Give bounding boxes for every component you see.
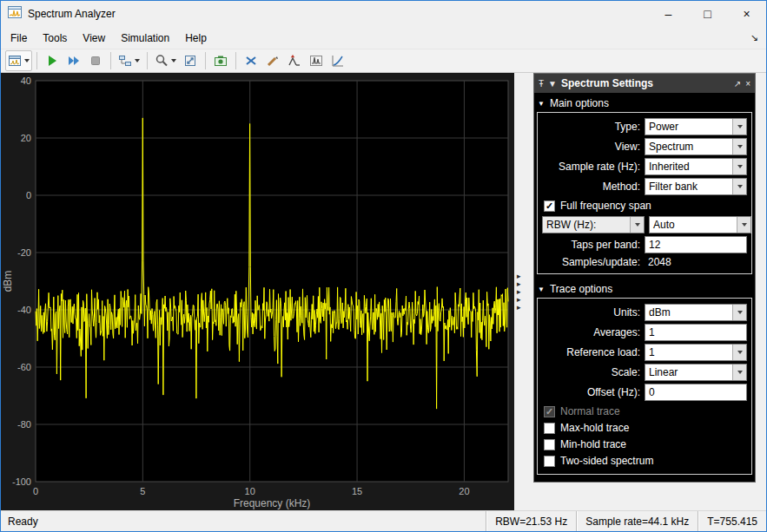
svg-text:0: 0 (33, 486, 38, 496)
menu-simulation[interactable]: Simulation (113, 29, 177, 48)
method-dropdown[interactable]: Filter bank (645, 178, 747, 195)
scale-label: Scale: (542, 366, 640, 378)
snapshot-button[interactable] (210, 50, 231, 71)
svg-text:-20: -20 (17, 247, 31, 258)
spectral-mask-button[interactable] (262, 50, 283, 71)
taps-per-band-row: Taps per band: 12 (542, 236, 747, 253)
main-options-label: Main options (550, 97, 609, 109)
reference-load-row: Reference load: 1 (542, 344, 747, 361)
menu-tools[interactable]: Tools (35, 29, 75, 48)
checkbox-icon[interactable] (544, 200, 555, 212)
scale-dropdown[interactable]: Linear (645, 364, 747, 381)
checkbox-icon[interactable] (544, 406, 555, 417)
dock-corner-icon[interactable]: ↘ (750, 32, 764, 43)
min-hold-trace-label: Min-hold trace (560, 438, 626, 450)
chevron-down-icon[interactable] (732, 179, 746, 194)
snapshot-icon (214, 54, 228, 68)
units-dropdown[interactable]: dBm (645, 304, 747, 321)
chevron-down-icon[interactable] (732, 139, 746, 154)
cursor-measurements-button[interactable] (241, 50, 261, 71)
stop-button[interactable] (85, 50, 106, 71)
distortion-measurements-icon (309, 54, 323, 68)
chevron-down-icon[interactable] (732, 365, 746, 380)
toolbar-separator (205, 52, 206, 69)
view-value: Spectrum (645, 141, 732, 153)
spectrum-plot[interactable]: 0510152040200-20-40-60-80-100Frequency (… (1, 73, 514, 510)
chevron-down-icon[interactable] (732, 119, 746, 135)
chevron-down-icon[interactable] (732, 159, 746, 174)
zoom-button[interactable] (152, 50, 179, 71)
minimize-button[interactable]: – (649, 1, 688, 27)
undock-icon[interactable]: ↗ (734, 79, 741, 89)
type-dropdown[interactable]: Power (645, 118, 747, 135)
max-hold-trace-checkbox-row[interactable]: Max-hold trace (544, 422, 745, 434)
close-panel-icon[interactable]: × (745, 79, 750, 89)
menu-file[interactable]: File (3, 29, 35, 48)
source-select-button[interactable] (116, 50, 142, 71)
sample-rate-value: Inherited (645, 161, 732, 173)
view-label: View: (542, 141, 640, 153)
chevron-down-icon[interactable] (737, 217, 750, 233)
scope-configuration-icon (8, 54, 22, 68)
chevron-down-icon[interactable] (732, 345, 746, 360)
title-bar: Spectrum Analyzer – □ × (1, 1, 766, 27)
units-row: Units: dBm (542, 304, 747, 321)
two-sided-spectrum-label: Two-sided spectrum (560, 455, 653, 467)
checkbox-icon[interactable] (544, 423, 555, 434)
menu-help[interactable]: Help (177, 29, 215, 48)
close-button[interactable]: × (727, 1, 766, 27)
collapse-panel-icon[interactable]: ▼ (548, 79, 557, 89)
svg-text:10: 10 (245, 486, 255, 496)
svg-text:dBm: dBm (2, 271, 14, 292)
run-button[interactable] (42, 50, 63, 71)
peak-finder-button[interactable] (284, 50, 305, 71)
chevron-down-icon[interactable] (732, 305, 746, 320)
chevron-down-icon (135, 59, 140, 62)
window-controls: – □ × (649, 1, 766, 27)
run-icon (45, 54, 59, 68)
sample-rate-combo[interactable]: Inherited (645, 158, 747, 175)
toolbar-separator (36, 52, 37, 69)
source-select-icon (118, 54, 132, 68)
averages-label: Averages: (542, 326, 640, 338)
full-frequency-span-checkbox-row[interactable]: Full frequency span (544, 200, 745, 212)
ccdf-measurements-button[interactable] (327, 50, 348, 71)
app-icon (8, 5, 22, 23)
two-sided-spectrum-checkbox-row[interactable]: Two-sided spectrum (544, 455, 745, 467)
rbw-value-combo[interactable]: Auto (649, 216, 751, 233)
trace-options-box: Units: dBm Averages: 1 Reference load: 1 (537, 298, 752, 475)
status-time: T=755.415 (698, 511, 766, 531)
main-content: 0510152040200-20-40-60-80-100Frequency (… (1, 73, 766, 510)
menu-view[interactable]: View (75, 29, 113, 48)
fit-to-view-button[interactable] (180, 50, 201, 71)
svg-text:0: 0 (26, 190, 31, 200)
scope-configuration-button[interactable] (5, 50, 32, 71)
main-options-header[interactable]: ▼ Main options (534, 93, 755, 112)
averages-field[interactable]: 1 (645, 324, 747, 341)
status-ready: Ready (1, 511, 486, 531)
panel-splitter[interactable]: ▸ ▸ ▸ ▸ ▸ (514, 73, 533, 510)
svg-text:5: 5 (140, 486, 145, 496)
chevron-down-icon[interactable] (630, 217, 644, 233)
trace-options-header[interactable]: ▼ Trace options (534, 279, 755, 298)
min-hold-trace-checkbox-row[interactable]: Min-hold trace (544, 438, 745, 450)
offset-field[interactable]: 0 (645, 384, 747, 401)
step-forward-button[interactable] (63, 50, 84, 71)
main-options-box: Type: Power View: Spectrum Sample rate (… (537, 112, 752, 274)
pin-icon[interactable]: Ŧ (539, 79, 544, 89)
spectral-mask-icon (266, 54, 280, 68)
reference-load-combo[interactable]: 1 (645, 344, 747, 361)
normal-trace-checkbox-row[interactable]: Normal trace (544, 405, 745, 417)
view-dropdown[interactable]: Spectrum (645, 138, 747, 155)
window-title: Spectrum Analyzer (28, 8, 116, 20)
rbw-mode-dropdown[interactable]: RBW (Hz): (542, 216, 645, 233)
checkbox-icon[interactable] (544, 456, 555, 467)
taps-per-band-label: Taps per band: (542, 239, 640, 251)
taps-per-band-field[interactable]: 12 (645, 236, 747, 253)
peak-finder-icon (288, 54, 301, 68)
maximize-button[interactable]: □ (688, 1, 727, 27)
spectrum-analyzer-window: Spectrum Analyzer – □ × File Tools View … (0, 0, 767, 532)
toolbar-separator (235, 52, 236, 69)
distortion-measurements-button[interactable] (306, 50, 327, 71)
checkbox-icon[interactable] (544, 439, 555, 450)
